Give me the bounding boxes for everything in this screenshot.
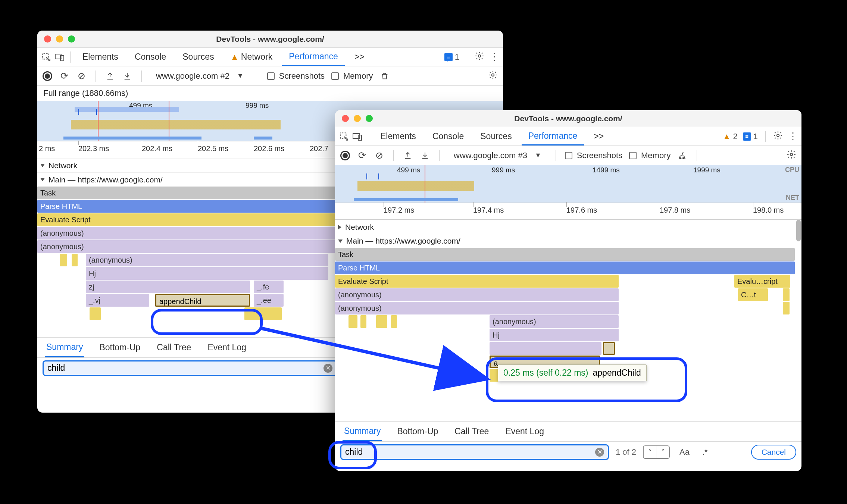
flame-bar[interactable] [360,315,366,328]
trash-icon[interactable] [379,72,390,81]
cancel-button[interactable]: Cancel [751,445,796,460]
clear-icon[interactable]: ⊘ [76,71,87,81]
flame-bar[interactable] [72,254,78,266]
flame-bar[interactable]: (anonymous) [335,288,619,301]
flame-bar[interactable] [376,315,387,328]
flame-bar[interactable]: Hj [490,329,619,341]
timeline-overview[interactable]: 499 ms 999 ms 1499 ms 1999 ms CPU NET [335,165,801,203]
btab-bottomup[interactable]: Bottom-Up [396,422,440,441]
search-input[interactable] [47,363,320,373]
tab-performance[interactable]: Performance [522,127,584,145]
window-close-icon[interactable] [44,35,51,43]
flame-bar[interactable] [60,254,67,266]
flame-bar[interactable] [391,315,397,328]
flame-bar[interactable]: C…t [738,288,768,301]
tab-performance[interactable]: Performance [282,48,345,66]
regex-toggle[interactable]: .* [699,446,711,458]
titlebar[interactable]: DevTools - www.google.com/ [335,110,801,127]
flame-bar[interactable] [603,342,615,355]
flame-bar[interactable]: _.vj [86,294,149,307]
tab-more[interactable]: >> [587,127,610,145]
flame-bar[interactable]: (anonymous) [86,254,328,266]
kebab-menu-icon[interactable]: ⋮ [788,131,798,142]
btab-bottomup[interactable]: Bottom-Up [98,338,142,357]
btab-eventlog[interactable]: Event Log [206,338,248,357]
flame-bar[interactable] [490,369,498,382]
flame-bar[interactable]: zj [86,281,250,293]
search-next-button[interactable]: ˅ [656,446,669,458]
memory-checkbox[interactable]: Memory [629,151,671,160]
match-case-toggle[interactable]: Aa [676,446,693,458]
record-button[interactable] [43,71,52,81]
record-button[interactable] [340,151,350,160]
gc-icon[interactable] [677,151,688,160]
recording-select[interactable]: www.google.com #2 ▼ [151,70,249,82]
flame-bar-eval-short[interactable]: Evalu…cript [734,275,790,288]
flame-bar[interactable]: (anonymous) [335,302,619,314]
flame-bar-task[interactable]: Task [335,248,795,261]
clear-icon[interactable]: ⊘ [374,150,384,161]
window-close-icon[interactable] [342,115,349,122]
window-maximize-icon[interactable] [68,35,75,43]
flame-bar[interactable] [783,288,790,301]
btab-summary[interactable]: Summary [343,422,382,441]
tab-elements[interactable]: Elements [374,127,423,145]
flame-bar-parse[interactable]: Parse HTML [335,262,795,274]
perf-settings-icon[interactable] [488,70,498,82]
issues-badge[interactable]: ≡ 1 [444,52,459,62]
gear-icon[interactable] [475,51,484,63]
window-minimize-icon[interactable] [56,35,63,43]
tab-console[interactable]: Console [426,127,471,145]
btab-eventlog[interactable]: Event Log [504,422,546,441]
upload-icon[interactable] [403,151,413,160]
device-toggle-icon[interactable] [352,131,363,142]
flame-bar[interactable] [783,302,790,314]
flame-bar[interactable] [244,307,282,320]
flame-bar-appendchild[interactable]: appendChild [155,294,250,307]
track-network-header[interactable]: Network [335,220,801,234]
clear-search-icon[interactable]: ✕ [324,364,332,373]
screenshots-checkbox[interactable]: Screenshots [267,71,325,81]
window-minimize-icon[interactable] [354,115,361,122]
flame-bar[interactable] [349,315,357,328]
inspect-icon[interactable] [339,131,349,142]
tab-sources[interactable]: Sources [176,48,221,66]
flame-bar[interactable]: Hj [86,267,328,280]
flame-scrollbar[interactable] [795,220,801,421]
issues-badge[interactable]: ≡ 1 [743,132,758,141]
search-prev-button[interactable]: ˄ [644,446,656,458]
recording-select[interactable]: www.google.com #3 ▼ [448,149,547,162]
btab-calltree[interactable]: Call Tree [453,422,490,441]
inspect-icon[interactable] [41,52,51,62]
memory-checkbox[interactable]: Memory [331,71,373,81]
gear-icon[interactable] [773,131,783,143]
tab-network[interactable]: ▲ Network [224,48,279,66]
tab-sources[interactable]: Sources [473,127,518,145]
flame-bar[interactable]: _.fe [254,281,284,293]
device-toggle-icon[interactable] [54,52,65,62]
search-input[interactable] [345,447,591,457]
tab-elements[interactable]: Elements [76,48,125,66]
download-icon[interactable] [420,151,430,160]
reload-icon[interactable]: ⟳ [59,71,69,81]
clear-search-icon[interactable]: ✕ [595,448,604,457]
btab-calltree[interactable]: Call Tree [155,338,193,357]
track-main-header[interactable]: Main — https://www.google.com/ [335,234,801,248]
flame-bar-eval[interactable]: Evaluate Script [335,275,619,288]
flame-bar[interactable] [90,307,101,320]
btab-summary[interactable]: Summary [45,338,84,357]
flame-ruler[interactable]: 197.2 ms 197.4 ms 197.6 ms 197.8 ms 198.… [335,203,801,220]
perf-settings-icon[interactable] [787,150,796,162]
scroll-thumb[interactable] [796,220,801,241]
titlebar[interactable]: DevTools - www.google.com/ [37,31,503,48]
flame-bar[interactable]: _.ee [254,294,284,307]
download-icon[interactable] [122,72,132,80]
tab-more[interactable]: >> [348,48,371,66]
screenshots-checkbox[interactable]: Screenshots [565,151,622,160]
warnings-badge[interactable]: ▲ 2 [723,132,738,141]
upload-icon[interactable] [105,72,115,80]
window-maximize-icon[interactable] [366,115,373,122]
flame-bar[interactable]: (anonymous) [490,315,619,328]
flame-chart[interactable]: Network Main — https://www.google.com/ T… [335,220,801,421]
flame-bar[interactable] [490,342,601,355]
